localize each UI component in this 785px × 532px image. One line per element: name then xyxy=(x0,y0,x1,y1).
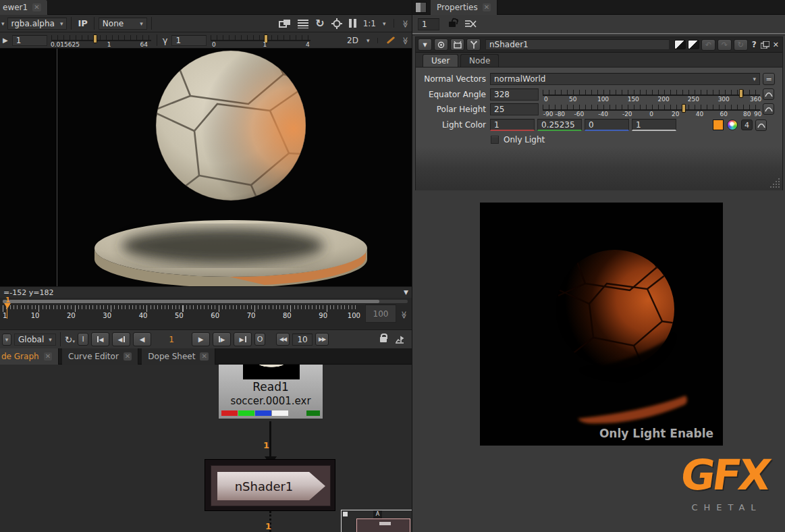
scanlines-icon[interactable] xyxy=(298,19,308,28)
viewer-layer-dropdown[interactable]: ▾ xyxy=(1,20,5,27)
node-color-swatch[interactable] xyxy=(674,40,686,49)
panel-resize-grip[interactable] xyxy=(769,178,780,188)
slider-handle[interactable] xyxy=(93,34,97,43)
eyedropper-icon[interactable] xyxy=(387,36,396,44)
close-icon[interactable]: ✕ xyxy=(44,352,52,361)
collapse-timeline-icon[interactable]: ≫ xyxy=(400,311,408,318)
color-wheel-icon[interactable] xyxy=(727,119,738,130)
channel-dropdown[interactable]: rgba.alpha ▾ xyxy=(7,18,67,30)
animation-curve-button[interactable] xyxy=(763,88,774,100)
step-back-button[interactable]: ◀◀ xyxy=(276,333,290,346)
tab-user[interactable]: User xyxy=(423,54,458,67)
animation-curve-button[interactable] xyxy=(755,119,767,131)
goto-end-button[interactable]: ▶ xyxy=(234,332,252,346)
timeline-scrollbar[interactable] xyxy=(3,300,408,303)
gamma-input[interactable]: 1 xyxy=(171,35,207,46)
viewer-canvas[interactable] xyxy=(0,49,412,286)
redo-icon[interactable]: ↷ xyxy=(718,39,732,51)
light-color-a-input[interactable]: 1 xyxy=(632,119,676,131)
only-light-checkbox[interactable] xyxy=(491,136,499,144)
tab-viewer1[interactable]: ewer1 ✕ xyxy=(0,0,48,15)
equator-angle-input[interactable]: 328 xyxy=(490,88,539,101)
status-dropdown-icon[interactable]: ▼ xyxy=(404,289,408,296)
playhead-marker-icon[interactable] xyxy=(4,303,11,309)
center-node-icon[interactable] xyxy=(434,38,448,51)
channel-count-button[interactable]: 4 xyxy=(741,119,753,130)
current-frame-display[interactable]: 1 xyxy=(154,335,189,344)
input-process-dropdown[interactable]: None ▾ xyxy=(99,18,147,30)
light-color-g-input[interactable]: 0.25235 xyxy=(537,119,582,131)
close-panel-icon[interactable]: ✕ xyxy=(772,41,780,49)
roi-gear-icon[interactable] xyxy=(331,18,342,29)
range-end-box[interactable]: 100 xyxy=(365,304,396,323)
pause-icon[interactable] xyxy=(349,19,356,28)
close-icon[interactable]: ✕ xyxy=(32,3,40,11)
help-icon[interactable]: ? xyxy=(750,40,759,49)
postage-stamp-icon[interactable] xyxy=(450,38,464,51)
next-keyframe-button[interactable]: ▶ xyxy=(213,332,231,346)
equator-angle-slider[interactable]: 0 50 100 150 200 250 300 360 xyxy=(543,89,760,101)
minimize-panel-icon[interactable]: ▼ xyxy=(418,38,432,51)
out-point-button[interactable]: O xyxy=(254,333,265,346)
revert-icon[interactable]: ↻ xyxy=(734,39,748,51)
frame-increment-input[interactable]: 10 xyxy=(292,334,313,346)
node-graph-minimap[interactable]: A xyxy=(341,510,412,532)
node-nshader1[interactable]: nShader1 xyxy=(217,472,325,500)
close-icon[interactable]: ✕ xyxy=(483,3,491,11)
node-name-input[interactable]: nShader1 xyxy=(485,39,670,50)
collapse-toolbar-icon[interactable]: ≫ xyxy=(402,37,410,44)
color-swatch[interactable] xyxy=(713,119,724,130)
slider-handle[interactable] xyxy=(682,104,686,113)
wrench-icon[interactable] xyxy=(466,38,481,51)
collapse-toolbar-icon[interactable]: ≫ xyxy=(402,20,410,27)
animation-curve-button[interactable] xyxy=(763,103,774,115)
tab-node[interactable]: Node xyxy=(460,54,499,67)
loop-mode-icon[interactable]: ↻▾ xyxy=(65,334,75,345)
step-forward-button[interactable]: ▶▶ xyxy=(315,333,329,346)
float-panel-icon[interactable] xyxy=(761,41,769,49)
prev-keyframe-button[interactable]: ◀ xyxy=(112,332,130,346)
play-backward-button[interactable]: ◀ xyxy=(133,332,151,346)
close-icon[interactable]: ✕ xyxy=(124,352,132,361)
minimap-corner-handle[interactable] xyxy=(343,512,348,516)
range-mode-mini-dropdown[interactable]: ▾ xyxy=(2,334,11,346)
tab-dope-sheet[interactable]: Dope Sheet ✕ xyxy=(142,348,215,365)
refresh-icon[interactable]: ↻ xyxy=(315,17,324,30)
pane-layout-icon[interactable] xyxy=(415,2,427,13)
normal-vectors-dropdown[interactable]: normalWorld ▾ xyxy=(490,73,760,85)
goto-start-button[interactable]: ◀ xyxy=(91,332,109,346)
gain-slider[interactable]: 0.015625 1 64 xyxy=(51,34,151,47)
flipbook-render-icon[interactable] xyxy=(395,335,404,344)
lock-range-icon[interactable] xyxy=(380,337,387,342)
timeline-scrollbar-thumb[interactable] xyxy=(3,300,379,303)
polar-height-input[interactable]: 25 xyxy=(490,103,539,115)
gain-toggle-icon[interactable]: ▶ xyxy=(3,36,8,44)
gamma-slider[interactable]: 0 1 4 xyxy=(211,34,310,47)
timeline-ruler[interactable]: 1 10 20 30 40 50 60 70 80 90 100 xyxy=(3,305,359,319)
play-forward-button[interactable]: ▶ xyxy=(192,332,210,346)
panel-color-swatch[interactable] xyxy=(688,40,699,49)
slider-handle[interactable] xyxy=(739,89,743,98)
in-point-button[interactable]: I xyxy=(78,333,88,346)
max-panels-input[interactable]: 1 xyxy=(418,18,439,30)
zoom-level-dropdown[interactable]: 1:1 ▾ xyxy=(363,19,386,28)
composite-display-icon[interactable] xyxy=(279,19,291,28)
view-mode-dropdown[interactable]: 2D ▾ xyxy=(347,36,369,45)
unlock-icon[interactable] xyxy=(449,22,456,27)
gain-input[interactable]: 1 xyxy=(12,35,47,46)
light-color-r-input[interactable]: 1 xyxy=(490,119,535,131)
close-all-panels-icon[interactable] xyxy=(465,20,477,28)
polar-height-slider[interactable]: -90 -80 -60 -40 -20 0 20 40 60 80 90 xyxy=(543,104,760,116)
node-graph-canvas[interactable]: Read1 soccer.0001.exr 1 nShader1 xyxy=(0,365,412,532)
connection-line[interactable] xyxy=(269,421,271,458)
pane-splitter[interactable] xyxy=(412,33,785,35)
close-icon[interactable]: ✕ xyxy=(200,352,208,361)
undo-icon[interactable]: ↶ xyxy=(701,39,715,51)
tab-curve-editor[interactable]: Curve Editor ✕ xyxy=(62,348,138,365)
tab-node-graph[interactable]: de Graph ✕ xyxy=(0,348,59,365)
node-read1[interactable]: Read1 soccer.0001.exr xyxy=(217,365,324,420)
input-process-button[interactable]: IP xyxy=(76,18,89,28)
frame-range-dropdown[interactable]: Global ▾ xyxy=(14,334,56,346)
tab-properties[interactable]: Properties ✕ xyxy=(431,0,497,15)
expression-equals-button[interactable]: = xyxy=(763,73,775,85)
